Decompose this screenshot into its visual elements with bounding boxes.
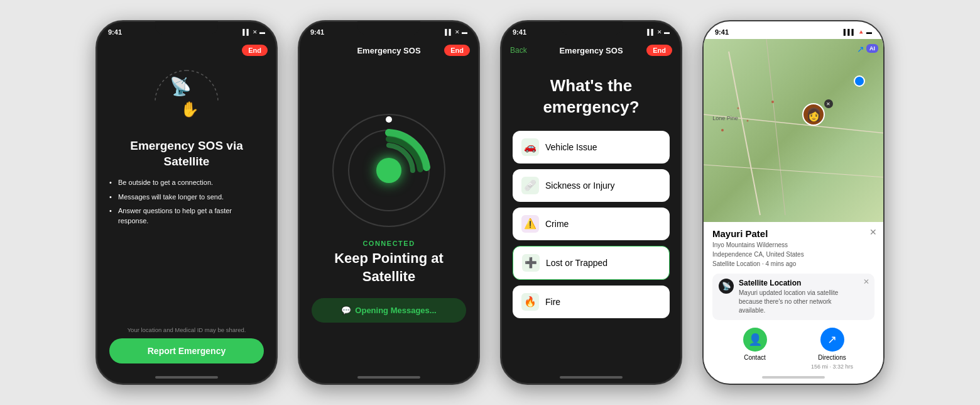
navigation-arrow-icon[interactable]: ↗ [857,44,864,54]
svg-point-6 [721,129,724,131]
signal-icon-3: ▌▌ [647,29,655,35]
map-background: Lone Pine 👩 ✕ AI ↗ [704,39,883,222]
end-button-1[interactable]: End [242,45,268,56]
action-bar: 👤 Contact ↗ Directions 156 mi · 3:32 hrs [704,323,883,372]
satellite-radar [332,114,445,227]
wifi-icon: ✕ [253,29,258,35]
crime-icon: ⚠️ [521,215,539,233]
nav-bar-3: Back Emergency SOS End [501,39,681,62]
map-view[interactable]: Lone Pine 👩 ✕ AI ↗ [704,39,883,222]
option-fire-label: Fire [545,297,560,307]
notch4 [762,21,825,35]
location-line3: Satellite Location · 4 mins ago [712,260,796,267]
nav-bar-2: Emergency SOS End [299,39,479,62]
directions-distance: 156 mi · 3:32 hrs [811,363,853,370]
signal-icon: ▌▌ [242,29,251,35]
location-note: Your location and Medical ID may be shar… [128,326,246,333]
home-indicator-2 [357,376,420,379]
location-line2: Independence CA, United States [712,251,804,258]
satellite-card-icon: 📡 [719,279,734,294]
option-crime-label: Crime [545,219,569,229]
option-fire[interactable]: 🔥 Fire [513,286,670,318]
directions-action-button[interactable]: ↗ Directions 156 mi · 3:32 hrs [793,328,871,370]
svg-point-8 [747,120,749,122]
svg-point-9 [771,101,774,103]
bullet-3: Answer questions to help get a faster re… [109,206,264,226]
svg-line-5 [704,165,883,177]
option-vehicle-issue[interactable]: 🚗 Vehicle Issue [513,131,670,164]
phone1-bullets: Be outside to get a connection. Messages… [109,178,264,230]
keep-pointing-label: Keep Pointing at Satellite [312,250,466,286]
nav-title-3: Emergency SOS [559,46,623,55]
opening-messages-button[interactable]: 💬 Opening Messages... [312,298,466,323]
phone4: 9:41 ▌▌▌ 🔺 ▬ Lone Pine 👩 ✕ AI [702,20,885,385]
user-location-pin: 👩 [802,103,825,126]
notch1 [155,21,218,35]
signal-icon-2: ▌▌ [445,29,453,35]
person-location: Inyo Mountains Wilderness Independence C… [712,240,874,269]
directions-icon: ↗ [820,328,844,352]
bullet-2: Messages will take longer to send. [109,192,264,202]
status-time-3: 9:41 [513,28,526,36]
wifi-icon-2: ✕ [455,29,460,35]
satellite-dots-svg: 📡 ✋ [149,64,224,140]
status-icons-3: ▌▌ ✕ ▬ [647,29,670,35]
location-line1: Inyo Mountains Wilderness [712,241,788,248]
satellite-icon-area: 📡 ✋ [146,70,227,133]
option-sickness-injury[interactable]: 🩹 Sickness or Injury [513,169,670,202]
person-name: Mayuri Patel [712,228,874,239]
phone3-content: What's the emergency? 🚗 Vehicle Issue 🩹 … [501,64,681,372]
phone1-content: 📡 ✋ Emergency SOS via Satellite Be outsi… [97,64,276,372]
option-lost-label: Lost or Trapped [546,258,607,268]
pin-close-icon[interactable]: ✕ [824,99,833,108]
end-button-3[interactable]: End [646,45,672,56]
radar-pointer [386,116,392,123]
vehicle-icon: 🚗 [521,138,539,156]
close-card-button[interactable]: ✕ [869,227,877,237]
battery-icon-2: ▬ [462,29,467,35]
contact-action-button[interactable]: 👤 Contact [716,328,793,370]
signal-icon-4: ▌▌▌ [844,29,856,35]
wifi-icon-3: ✕ [657,29,662,35]
map-town-label: Lone Pine [712,115,738,121]
fire-icon: 🔥 [521,293,539,311]
svg-text:📡: 📡 [170,76,192,97]
phone1: 9:41 ▌▌ ✕ ▬ End 📡 ✋ Emergency SOS via Sa… [95,20,278,385]
satellite-card-description: Mayuri updated location via satellite be… [739,289,868,315]
status-icons-4: ▌▌▌ 🔺 ▬ [844,29,872,35]
notch3 [560,21,623,35]
message-icon: 💬 [341,306,351,315]
battery-icon: ▬ [259,29,265,35]
connected-label: CONNECTED [362,240,415,247]
option-sickness-label: Sickness or Injury [545,180,614,191]
option-crime[interactable]: ⚠️ Crime [513,208,670,240]
radar-center-dot [376,158,401,183]
emergency-question: What's the emergency? [513,75,670,118]
contact-icon: 👤 [743,328,767,352]
phone2: 9:41 ▌▌ ✕ ▬ Emergency SOS End [298,20,480,385]
report-emergency-button[interactable]: Report Emergency [109,338,264,363]
phone1-title: Emergency SOS via Satellite [109,138,264,169]
back-button-3[interactable]: Back [510,46,527,55]
home-indicator-3 [560,376,623,379]
ai-badge: AI [866,44,878,53]
phone3: 9:41 ▌▌ ✕ ▬ Back Emergency SOS End What'… [500,20,682,385]
status-icons-1: ▌▌ ✕ ▬ [242,29,265,35]
home-indicator-1 [155,376,218,379]
satellite-card-title: Satellite Location [739,279,868,287]
end-button-2[interactable]: End [444,45,470,56]
sickness-icon: 🩹 [521,177,539,194]
lost-icon: ➕ [522,254,540,272]
satellite-card-close-button[interactable]: ✕ [863,277,869,286]
bullet-1: Be outside to get a connection. [109,178,264,187]
satellite-card-content: Satellite Location Mayuri updated locati… [739,279,868,315]
notch2 [357,21,420,35]
home-indicator-4 [762,376,825,379]
svg-point-7 [738,108,739,109]
status-time-1: 9:41 [108,28,122,36]
status-time-2: 9:41 [310,28,324,36]
option-vehicle-label: Vehicle Issue [545,142,597,152]
map-roads-svg [704,39,883,222]
option-lost-trapped[interactable]: ➕ Lost or Trapped [513,246,670,280]
battery-icon-4: ▬ [866,29,872,35]
